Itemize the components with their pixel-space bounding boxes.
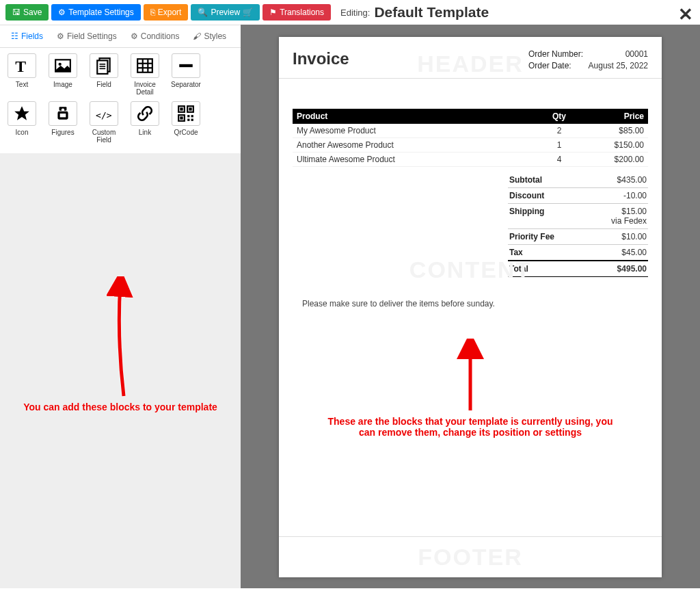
image-icon	[49, 53, 77, 78]
page-content-region[interactable]: CONTENT Product Qty Price My Awesome Pro…	[279, 79, 662, 536]
page-header-region[interactable]: HEADER Invoice Order Number: 00001 Order…	[279, 37, 662, 78]
custom-field-icon: </>	[90, 101, 118, 126]
col-qty: Qty	[532, 109, 587, 124]
sidebar-hint-text: You can add these blocks to your templat…	[12, 402, 228, 412]
tab-styles[interactable]: 🖌 Styles	[186, 25, 233, 47]
save-icon: 🖫	[12, 8, 21, 17]
block-qrcode[interactable]: QrCode	[168, 101, 204, 144]
block-image[interactable]: Image	[45, 53, 81, 96]
block-label: Separator	[168, 81, 204, 88]
col-price: Price	[587, 109, 648, 124]
totals-label: Total	[509, 264, 528, 274]
svg-rect-17	[60, 114, 66, 117]
flag-icon: ⚑	[269, 8, 277, 17]
footer-watermark: FOOTER	[418, 544, 523, 570]
svg-point-15	[62, 108, 64, 111]
cell-qty: 4	[532, 153, 587, 167]
block-invoice-detail[interactable]: Invoice Detail	[127, 53, 163, 96]
invoice-detail-icon	[131, 53, 159, 78]
table-row[interactable]: Another Awesome Product1$150.00	[293, 138, 648, 153]
block-icon[interactable]: Icon	[4, 101, 40, 144]
svg-rect-22	[189, 107, 191, 110]
block-figures[interactable]: Figures	[45, 101, 81, 144]
preview-button[interactable]: 🔍 Preview 🛒	[191, 4, 260, 21]
link-icon	[131, 101, 159, 126]
totals-value: $10.00	[621, 232, 647, 241]
arrow-icon	[107, 276, 134, 399]
svg-rect-4	[97, 60, 107, 74]
totals[interactable]: Subtotal$435.00Discount-10.00Shipping$15…	[508, 172, 648, 277]
block-label: Link	[127, 129, 163, 136]
table-row[interactable]: My Awesome Product2$85.00	[293, 124, 648, 138]
page-footer-region[interactable]: FOOTER	[279, 536, 662, 577]
svg-rect-25	[187, 115, 189, 117]
block-label: Field	[86, 81, 122, 88]
totals-label: Priority Fee	[509, 232, 554, 241]
canvas-hint: These are the blocks that your template …	[320, 339, 621, 438]
translations-button[interactable]: ⚑ Translations	[262, 4, 331, 21]
icon-icon	[8, 101, 36, 126]
template-page[interactable]: HEADER Invoice Order Number: 00001 Order…	[279, 37, 662, 577]
canvas-hint-text: These are the blocks that your template …	[320, 416, 621, 438]
cell-price: $200.00	[587, 153, 648, 167]
svg-rect-8	[137, 59, 152, 73]
totals-label: Tax	[509, 248, 523, 257]
block-field[interactable]: Field	[86, 53, 122, 96]
delivery-note[interactable]: Please make sure to deliver the items be…	[293, 299, 648, 308]
svg-point-2	[59, 63, 62, 66]
svg-rect-24	[180, 116, 183, 119]
totals-row: Discount-10.00	[508, 187, 648, 203]
order-date-value: August 25, 2022	[589, 61, 648, 70]
template-settings-button[interactable]: ⚙ Template Settings	[51, 4, 140, 21]
cell-price: $150.00	[587, 138, 648, 153]
cell-product: My Awesome Product	[293, 124, 532, 138]
block-label: Custom Field	[86, 129, 122, 144]
gear-icon: ⚙	[58, 8, 66, 17]
svg-text:T: T	[15, 57, 26, 75]
order-date-label: Order Date:	[528, 61, 571, 70]
cell-price: $85.00	[587, 124, 648, 138]
totals-label: Shipping	[509, 207, 544, 226]
block-label: Figures	[45, 129, 81, 136]
tab-fields[interactable]: ☷ Fields	[4, 25, 50, 47]
cell-product: Another Awesome Product	[293, 138, 532, 153]
cell-qty: 1	[532, 138, 587, 153]
block-text[interactable]: TText	[4, 53, 40, 96]
save-button[interactable]: 🖫 Save	[5, 4, 49, 21]
preview-label: Preview	[211, 8, 240, 17]
block-label: Image	[45, 81, 81, 88]
totals-value: $15.00 via Fedex	[611, 207, 647, 226]
separator-icon	[172, 53, 200, 78]
totals-row: Total$495.00	[508, 260, 648, 277]
field-icon	[90, 53, 118, 78]
sidebar-hint: You can add these blocks to your templat…	[0, 276, 241, 412]
tab-conditions[interactable]: ⚙ Conditions	[124, 25, 187, 47]
editing-label: Editing:	[340, 8, 370, 18]
svg-rect-26	[191, 115, 193, 117]
export-label: Export	[158, 8, 182, 17]
template-name: Default Template	[374, 4, 489, 21]
items-table[interactable]: Product Qty Price My Awesome Product2$85…	[293, 109, 648, 167]
block-separator[interactable]: Separator	[168, 53, 204, 96]
svg-rect-28	[191, 119, 193, 121]
sidebar: ☷ Fields ⚙ Field Settings ⚙ Conditions 🖌…	[0, 25, 241, 588]
block-link[interactable]: Link	[127, 101, 163, 144]
table-row[interactable]: Ultimate Awesome Product4$200.00	[293, 153, 648, 167]
export-icon: ⎘	[150, 8, 155, 17]
block-label: Text	[4, 81, 40, 88]
sidebar-tabs: ☷ Fields ⚙ Field Settings ⚙ Conditions 🖌…	[0, 25, 241, 48]
order-meta[interactable]: Order Number: 00001 Order Date: August 2…	[528, 49, 648, 73]
totals-label: Subtotal	[509, 175, 542, 185]
export-button[interactable]: ⎘ Export	[144, 4, 189, 21]
tab-field-settings[interactable]: ⚙ Field Settings	[50, 25, 124, 47]
totals-row: Priority Fee$10.00	[508, 228, 648, 244]
tab-fields-label: Fields	[21, 31, 43, 41]
svg-rect-27	[187, 119, 189, 121]
figures-icon	[49, 101, 77, 126]
close-icon[interactable]: ✕	[678, 4, 693, 25]
totals-row: Shipping$15.00 via Fedex	[508, 203, 648, 228]
svg-rect-20	[180, 107, 183, 110]
block-custom-field[interactable]: </>Custom Field	[86, 101, 122, 144]
cell-qty: 2	[532, 124, 587, 138]
totals-value: $495.00	[617, 264, 647, 274]
